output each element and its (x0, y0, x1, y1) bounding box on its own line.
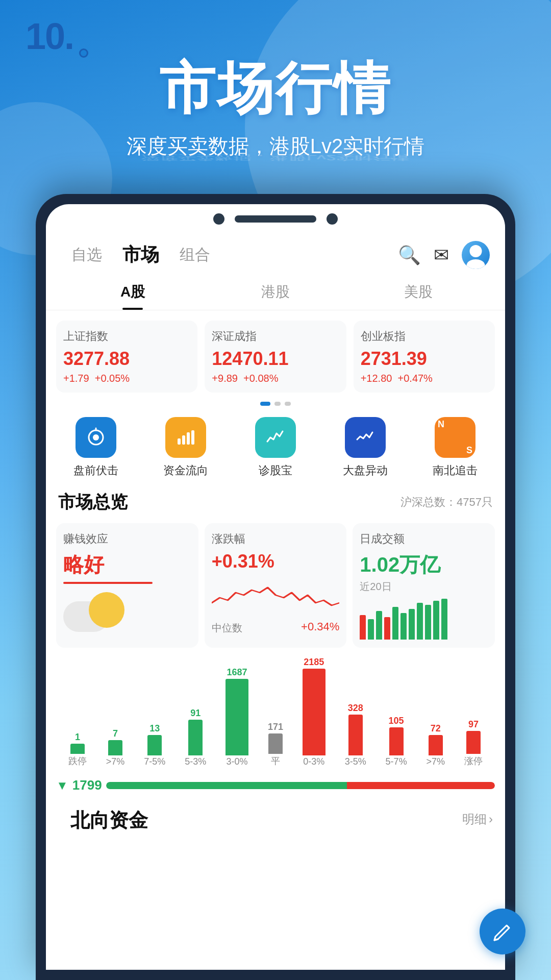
bar-5 (392, 607, 398, 640)
nav-item-market[interactable]: 市场 (112, 242, 169, 267)
action-stockdiag[interactable]: 诊股宝 (231, 417, 320, 478)
dist-bar-57: 105 5-7% (386, 716, 407, 767)
hero-section: 市场行情 深度买卖数据，港股Lv2实时行情 深度买卖数据，港股Lv2实时行情 (0, 51, 551, 187)
bar-4 (384, 617, 390, 640)
action-moneyflow[interactable]: 资金流向 (141, 417, 231, 478)
dist-rect-gt7 (108, 740, 122, 755)
dist-rect-diting (70, 744, 85, 754)
bar-6 (400, 613, 407, 640)
dist-label-gt7r: >7% (427, 756, 445, 767)
profit-line (63, 582, 153, 584)
action-premarket[interactable]: 盘前伏击 (51, 417, 141, 478)
bar-7 (409, 609, 415, 640)
svg-rect-6 (182, 435, 185, 445)
dist-count-gt7: 7 (113, 728, 118, 739)
card-change-title: 涨跌幅 (212, 531, 340, 547)
progress-track (106, 782, 495, 789)
index-name-shanghai: 上证指数 (63, 329, 190, 344)
dist-rect-flat (268, 733, 283, 754)
progress-green (106, 782, 347, 789)
bottom-title: 北向资金 (58, 802, 160, 836)
action-marketmove[interactable]: 大盘异动 (320, 417, 410, 478)
vol-bar-chart (360, 599, 488, 640)
dist-label-03: 0-3% (303, 756, 324, 767)
nav-item-watchlist[interactable]: 自选 (61, 244, 112, 265)
dist-count-diting: 1 (75, 732, 80, 743)
dist-count-53: 91 (190, 708, 201, 719)
tab-a-shares[interactable]: A股 (61, 274, 204, 310)
front-camera-2 (327, 213, 338, 225)
dist-label-35: 3-5% (345, 756, 366, 767)
bar-2 (368, 619, 374, 640)
card-change-value: +0.31% (212, 551, 340, 572)
weather-icons (63, 591, 191, 632)
dist-count-75: 13 (149, 723, 160, 734)
tab-hk-shares[interactable]: 港股 (204, 274, 347, 310)
market-overview-header: 市场总览 沪深总数：4757只 (46, 485, 505, 519)
svg-rect-7 (187, 432, 190, 445)
card-change-range[interactable]: 涨跌幅 +0.31% 中位数 +0.34% (205, 523, 347, 648)
action-northsouth[interactable]: N S 南北追击 (410, 417, 500, 478)
dist-bar-75: 13 7-5% (144, 723, 165, 767)
fab-button[interactable] (480, 909, 525, 954)
search-icon[interactable]: 🔍 (398, 244, 421, 266)
dist-label-53: 5-3% (185, 756, 206, 767)
index-card-chinext[interactable]: 创业板指 2731.39 +12.80 +0.47% (354, 321, 495, 393)
progress-red (347, 782, 495, 789)
detail-arrow: › (489, 812, 493, 826)
index-card-shenzhen[interactable]: 深证成指 12470.11 +9.89 +0.08% (205, 321, 346, 393)
dist-label-gt7: >7% (106, 756, 125, 767)
dist-label-diting: 跌停 (68, 755, 87, 767)
bottom-header: 北向资金 明细 › (46, 798, 505, 839)
nav-bar: 自选 市场 组合 🔍 ✉ (46, 231, 505, 274)
dist-value-flat: 171 (268, 722, 283, 732)
card-vol-title: 日成交额 (360, 531, 488, 547)
dist-bar-diting: 1 跌停 (68, 732, 87, 767)
fab-icon (491, 920, 514, 943)
progress-value: 1799 (72, 777, 102, 793)
bar-1 (360, 615, 366, 640)
tab-us-shares[interactable]: 美股 (347, 274, 490, 310)
dist-bar-gt7r: 72 >7% (427, 723, 445, 767)
dist-count-57: 105 (389, 716, 404, 726)
speaker (235, 215, 316, 223)
mid-label: 中位数 (212, 621, 242, 635)
dist-value-30: 1687 (227, 667, 247, 678)
mail-icon[interactable]: ✉ (434, 244, 449, 266)
index-card-shanghai[interactable]: 上证指数 3277.88 +1.79 +0.05% (56, 321, 197, 393)
dist-label-flat: 平 (271, 755, 280, 767)
bar-3 (376, 611, 382, 640)
dot-1 (260, 402, 270, 406)
phone-notch (46, 204, 505, 231)
dist-rect-75 (147, 735, 162, 755)
nav-icons: 🔍 ✉ (398, 241, 490, 269)
card-profit-value: 略好 (63, 551, 191, 579)
northsouth-label: 南北追击 (433, 463, 478, 478)
nav-item-portfolio[interactable]: 组合 (169, 244, 220, 265)
stockdiag-icon (255, 417, 296, 458)
northsouth-icon: N S (435, 417, 475, 458)
index-name-shenzhen: 深证成指 (212, 329, 339, 344)
svg-point-0 (470, 245, 482, 257)
dist-bar-35: 328 3-5% (345, 703, 366, 767)
dist-count-35: 328 (348, 703, 363, 714)
quick-actions: 盘前伏击 资金流向 (46, 410, 505, 485)
dist-value-03: 2185 (304, 657, 324, 668)
index-change-chinext: +12.80 +0.47% (361, 373, 488, 384)
index-value-chinext: 2731.39 (361, 348, 488, 370)
dist-rect-53 (188, 720, 203, 755)
detail-link-area[interactable]: 明细 › (462, 811, 493, 827)
phone-frame: 自选 市场 组合 🔍 ✉ A股 港股 美股 (36, 194, 515, 980)
dist-count-gt7r: 72 (431, 723, 441, 734)
card-vol-value: 1.02万亿 (360, 551, 488, 579)
premarket-label: 盘前伏击 (73, 463, 118, 478)
bar-8 (417, 603, 423, 640)
svg-rect-8 (191, 430, 194, 445)
card-profit-effect[interactable]: 赚钱效应 略好 (56, 523, 198, 648)
avatar[interactable] (462, 241, 490, 269)
market-overview-title: 市场总览 (58, 491, 128, 514)
dist-count-zanting: 97 (468, 719, 479, 730)
progress-bar-section: ▼ 1799 (46, 772, 505, 798)
card-daily-vol[interactable]: 日成交额 1.02万亿 近20日 (353, 523, 495, 648)
dist-bar-53: 91 5-3% (185, 708, 206, 767)
